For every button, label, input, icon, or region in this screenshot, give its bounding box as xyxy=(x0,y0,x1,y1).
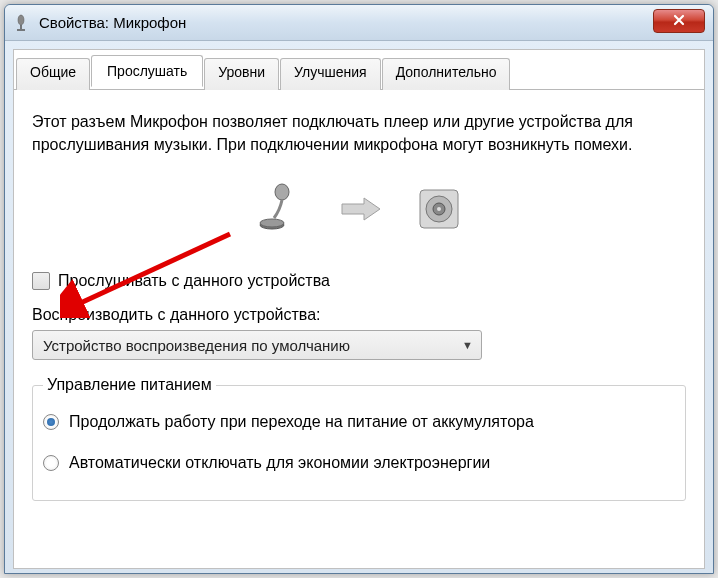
svg-point-11 xyxy=(437,207,441,211)
description-text: Этот разъем Микрофон позволяет подключат… xyxy=(32,110,686,156)
annotation-arrow xyxy=(60,228,240,322)
properties-dialog: Свойства: Микрофон Общие Прослушать Уров… xyxy=(4,4,714,574)
mic-icon xyxy=(11,13,31,33)
tab-advanced[interactable]: Дополнительно xyxy=(382,58,511,90)
svg-point-5 xyxy=(275,184,289,200)
close-button[interactable] xyxy=(653,9,705,33)
svg-point-7 xyxy=(260,219,284,227)
arrow-right-icon xyxy=(340,196,382,226)
playback-device-dropdown[interactable]: Устройство воспроизведения по умолчанию … xyxy=(32,330,482,360)
dropdown-selected-value: Устройство воспроизведения по умолчанию xyxy=(43,337,458,354)
dialog-content: Общие Прослушать Уровни Улучшения Дополн… xyxy=(13,49,705,569)
speaker-illustration-icon xyxy=(412,182,466,240)
radio-auto-disable[interactable] xyxy=(43,455,59,471)
radio-auto-disable-label: Автоматически отключать для экономии эле… xyxy=(69,452,490,474)
radio-continue-on-battery[interactable] xyxy=(43,414,59,430)
svg-line-4 xyxy=(74,234,230,306)
listen-checkbox[interactable] xyxy=(32,272,50,290)
tab-general[interactable]: Общие xyxy=(16,58,90,90)
power-legend: Управление питанием xyxy=(43,376,216,394)
window-title: Свойства: Микрофон xyxy=(39,14,653,31)
close-icon xyxy=(673,13,685,29)
tab-strip: Общие Прослушать Уровни Улучшения Дополн… xyxy=(14,58,704,90)
tab-levels[interactable]: Уровни xyxy=(204,58,279,90)
tab-listen[interactable]: Прослушать xyxy=(91,55,203,87)
tab-listen-content: Этот разъем Микрофон позволяет подключат… xyxy=(14,90,704,521)
titlebar[interactable]: Свойства: Микрофон xyxy=(5,5,713,41)
svg-point-0 xyxy=(18,15,24,25)
power-management-group: Управление питанием Продолжать работу пр… xyxy=(32,376,686,500)
chevron-down-icon: ▼ xyxy=(458,339,477,351)
microphone-illustration-icon xyxy=(252,180,310,242)
tab-enhancements[interactable]: Улучшения xyxy=(280,58,381,90)
radio-continue-label: Продолжать работу при переходе на питани… xyxy=(69,411,534,433)
